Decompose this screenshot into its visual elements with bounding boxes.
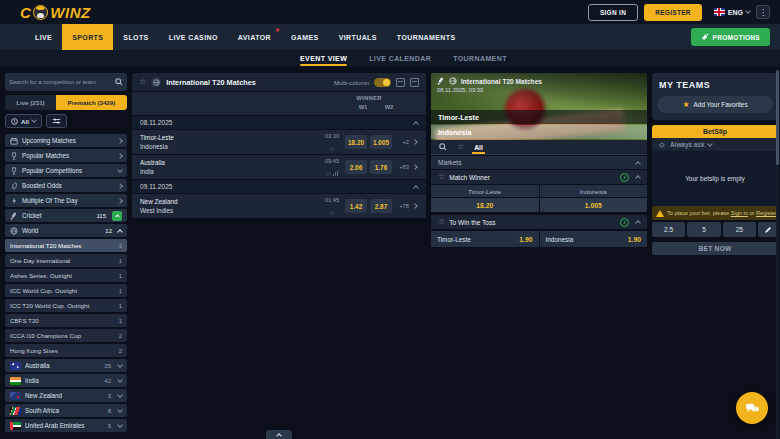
always-ask-row[interactable]: Always ask [652, 138, 778, 151]
layout-one-column-icon[interactable] [396, 78, 405, 87]
live-tab[interactable]: Live (231) [5, 95, 56, 110]
tab-all-markets[interactable]: All [474, 140, 483, 154]
open-match-chevron[interactable] [409, 165, 421, 169]
country-south-africa[interactable]: South Africa 8 [5, 404, 127, 417]
tab-live-calendar[interactable]: LIVE CALENDAR [369, 50, 431, 67]
toss-home-selection[interactable]: Timor-Leste 1.90 [431, 231, 539, 247]
favorite-star-icon[interactable]: ☆ [326, 170, 332, 177]
match-row[interactable]: Australia India 09:45 ☆ 2.06 1.76 +83 [132, 155, 426, 179]
tab-event-view[interactable]: EVENT VIEW [300, 50, 347, 67]
sidebar-item-popular-matches[interactable]: Popular Matches [5, 149, 127, 162]
menu-dots-button[interactable]: ⋮ [756, 5, 770, 19]
filter-settings-button[interactable] [46, 114, 67, 128]
search-input[interactable] [9, 79, 115, 85]
page-scrollbar[interactable] [776, 70, 779, 439]
competition-icc-world-cup-outright[interactable]: ICC World Cup. Outright1 [5, 284, 127, 297]
home-team-strip: Timor-Leste [431, 110, 647, 124]
search-box [5, 73, 127, 91]
tab-tournament[interactable]: TOURNAMENT [453, 50, 507, 67]
brand-logo[interactable]: C WINZ [20, 4, 91, 21]
nav-item-live-casino[interactable]: LIVE CASINO [159, 24, 228, 50]
sidebar-item-upcoming-matches[interactable]: Upcoming Matches [5, 134, 127, 147]
favorite-star-icon[interactable]: ☆ [438, 218, 445, 226]
country-india[interactable]: India 42 [5, 374, 127, 387]
live-chat-button[interactable] [736, 392, 768, 424]
competition-icca-i10-champions-cup[interactable]: ICCA I10 Champions Cup2 [5, 329, 127, 342]
competition-cbfs-t20[interactable]: CBFS T201 [5, 314, 127, 327]
info-icon[interactable]: i [620, 173, 629, 182]
nav-item-sports[interactable]: SPORTS [62, 24, 113, 50]
sign-in-button[interactable]: SIGN IN [588, 4, 638, 21]
layout-two-column-icon[interactable] [410, 78, 419, 87]
stake-preset-1[interactable]: 2.5 [652, 222, 685, 237]
uk-flag-icon [714, 8, 725, 16]
prematch-tab[interactable]: Prematch (3429) [56, 95, 127, 110]
detail-datetime: 08.11.2025, 03:30 [431, 85, 647, 93]
odd-w1-button[interactable]: 1.42 [345, 199, 367, 213]
competition-hong-kong-sixes[interactable]: Hong Kong Sixes2 [5, 344, 127, 357]
match-winner-away-odd[interactable]: 1.005 [540, 198, 648, 212]
nav-item-games[interactable]: GAMES [281, 24, 329, 50]
competition-international-t20-matches[interactable]: International T20 Matches3 [5, 239, 127, 252]
odd-w1-button[interactable]: 18.20 [345, 135, 367, 149]
info-icon[interactable]: i [620, 218, 629, 227]
bet-now-button[interactable]: BET NOW [652, 242, 778, 255]
register-link[interactable]: Register [756, 210, 777, 216]
language-selector[interactable]: ENG [714, 8, 750, 16]
markets-section-header[interactable]: Markets [431, 156, 647, 169]
chevron-down-icon [117, 392, 123, 398]
sidebar-sport-cricket[interactable]: Cricket 115 [5, 209, 127, 222]
open-match-chevron[interactable] [409, 140, 421, 144]
edit-stake-button[interactable] [758, 222, 778, 237]
stake-preset-3[interactable]: 25 [723, 222, 756, 237]
multi-column-toggle[interactable] [374, 78, 391, 87]
sidebar-item-popular-competitions[interactable]: Popular Competitions [5, 164, 127, 177]
match-row[interactable]: New Zealand West Indies 01:45 ☆ 1.42 2.8… [132, 194, 426, 218]
date-group-header[interactable]: 09.11.2025 [132, 180, 426, 193]
country-united-arab-emirates[interactable]: United Arab Emirates 5 [5, 419, 127, 432]
competition-ashes-series-outright[interactable]: Ashes Series. Outright1 [5, 269, 127, 282]
add-favorites-button[interactable]: ★ Add Your Favorites [657, 96, 773, 113]
favorite-star-icon[interactable]: ☆ [457, 143, 464, 151]
clock-icon [11, 118, 18, 125]
nav-item-live[interactable]: LIVE [25, 24, 62, 50]
odd-w2-button[interactable]: 1.76 [370, 160, 392, 174]
match-row[interactable]: Timor-Leste Indonesia 03:30 ☆ 18.20 1.00… [132, 130, 426, 154]
country-australia[interactable]: Australia 35 [5, 359, 127, 372]
nav-item-tournaments[interactable]: TOURNAMENTS [387, 24, 466, 50]
promotions-button[interactable]: PROMOTIONS [691, 28, 770, 46]
market-match-winner-header[interactable]: ☆ Match Winner i [431, 170, 647, 184]
favorite-star-icon[interactable]: ☆ [329, 209, 335, 216]
date-group-header[interactable]: 08.11.2025 [132, 116, 426, 129]
scrollbar-thumb[interactable] [776, 70, 779, 165]
sign-in-link[interactable]: Sign in [731, 210, 748, 216]
favorite-star-icon[interactable]: ☆ [139, 78, 146, 86]
nav-item-slots[interactable]: SLOTS [113, 24, 158, 50]
favorite-star-icon[interactable]: ☆ [329, 145, 335, 152]
betslip-header[interactable]: BetSlip [652, 125, 778, 138]
sidebar-item-boosted-odds[interactable]: Boosted Odds [5, 179, 127, 192]
nav-item-aviator[interactable]: AVIATOR ✈ [228, 24, 281, 50]
register-button[interactable]: REGISTER [644, 4, 702, 21]
time-filter-dropdown[interactable]: All [5, 114, 42, 128]
collapse-badge[interactable] [112, 211, 122, 221]
toss-away-selection[interactable]: Indonesia 1.90 [540, 231, 648, 247]
odd-w2-button[interactable]: 1.005 [370, 135, 392, 149]
match-winner-home-odd[interactable]: 18.20 [431, 198, 539, 212]
open-match-chevron[interactable] [409, 204, 421, 208]
odd-w2-button[interactable]: 2.87 [370, 199, 392, 213]
market-toss-header[interactable]: ☆ To Win the Toss i [431, 215, 647, 229]
favorite-star-icon[interactable]: ☆ [438, 173, 445, 181]
odd-w1-button[interactable]: 2.06 [345, 160, 367, 174]
competition-icc-t20-world-cup-outright[interactable]: ICC T20 World Cup. Outright1 [5, 299, 127, 312]
stake-preset-2[interactable]: 5 [687, 222, 720, 237]
search-icon[interactable] [439, 143, 447, 151]
sidebar-item-multiple-of-the-day[interactable]: Multiple Of The Day [5, 194, 127, 207]
nav-item-virtuals[interactable]: VIRTUALS [329, 24, 387, 50]
sidebar-region-world[interactable]: World 12 [5, 224, 127, 237]
stats-icon[interactable] [333, 171, 338, 176]
globe-icon [449, 77, 457, 85]
competition-one-day-international[interactable]: One Day International1 [5, 254, 127, 267]
country-new-zealand[interactable]: New Zealand 3 [5, 389, 127, 402]
scroll-top-button[interactable] [266, 430, 292, 439]
